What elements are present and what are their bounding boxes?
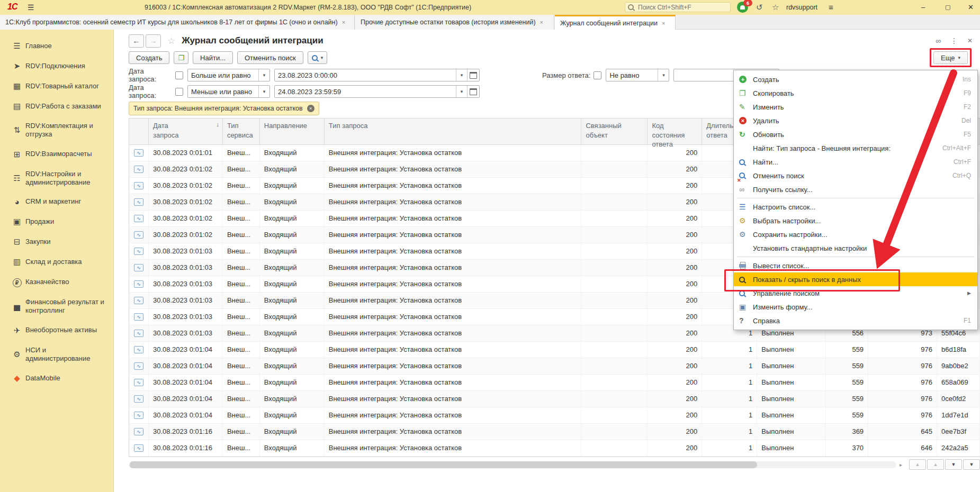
table-row[interactable]: ∿30.08.2023 0:01:04Внеш...ВходящийВнешня… [129,342,980,358]
tab-close-icon[interactable]: × [342,19,345,25]
column-header-request_type[interactable]: Тип запроса [325,119,582,144]
sidebar-item-handtruck[interactable]: ⇅RDV:Комплектация и отгрузка [0,116,113,144]
tab-3[interactable]: Журнал сообщений интеграции× [555,15,676,30]
sidebar-item-datamobile[interactable]: ◆DataMobile [0,368,113,388]
search-split-button[interactable]: ▾ [308,51,328,64]
size-operator-select[interactable]: Не равно▾ [606,69,669,81]
table-row[interactable]: ∿30.08.2023 0:01:16Внеш...ВходящийВнешня… [129,424,980,440]
sidebar-item-catalog-grid[interactable]: ▦RDV:Товарный каталог [0,76,113,96]
sort-desc-icon[interactable]: ↓ [216,121,219,129]
column-header-code[interactable]: Код состоянияответа [648,119,702,144]
create-button[interactable]: Создать [129,51,169,64]
tab-1[interactable]: 1С:Клуб программистов: осенний семестр И… [0,15,355,30]
calendar-icon[interactable] [467,69,479,81]
menu-item[interactable]: +СоздатьIns [734,72,977,86]
menu-item[interactable]: Найти...Ctrl+F [734,155,977,169]
tab-close-icon[interactable]: × [662,20,665,26]
menu-item[interactable]: ☰Настроить список... [734,200,977,214]
date-from-operator-select[interactable]: Больше или равно▾ [187,69,270,81]
forward-button[interactable]: → [146,34,161,48]
global-search-input[interactable] [637,3,724,12]
column-header-service[interactable]: Типсервиса [223,119,260,144]
column-header-date[interactable]: Датазапроса↓ [149,119,223,144]
chevron-down-icon[interactable]: ▾ [456,86,467,97]
service-menu-icon[interactable]: ≡ [829,3,833,12]
menu-item[interactable]: ×УдалитьDel [734,114,977,127]
menu-item[interactable]: ✎ИзменитьF2 [734,100,977,114]
horizontal-scrollbar[interactable] [129,461,896,468]
column-header-direction[interactable]: Направление [260,119,325,144]
chevron-down-icon[interactable]: ▾ [258,69,269,81]
chevron-down-icon[interactable]: ▾ [456,69,467,81]
menu-item[interactable]: ⚙Выбрать настройки... [734,214,977,227]
cell-status: Выполнен [757,358,826,374]
minimize-button[interactable]: – [921,3,925,11]
copy-button[interactable]: ❐ [174,51,188,64]
main-menu-icon[interactable]: ☰ [28,3,34,12]
favorites-star-icon[interactable]: ☆ [772,3,779,12]
scroll-to-top-icon[interactable]: ▲ [909,459,926,470]
menu-item[interactable]: ▣Изменить форму... [734,300,977,314]
table-row[interactable]: ∿30.08.2023 0:01:04Внеш...ВходящийВнешня… [129,407,980,424]
tab-2[interactable]: Прочие доступные остатки товаров (истори… [355,15,554,30]
sidebar-item-menu[interactable]: ☰Главное [0,36,113,56]
sidebar-item-warehouse[interactable]: ▥Склад и доставка [0,252,113,272]
back-button[interactable]: ← [129,34,144,48]
date-to-operator-select[interactable]: Меньше или равно▾ [187,85,270,98]
sidebar-item-rocket[interactable]: ➤RDV:Подключения [0,56,113,76]
menu-item[interactable]: Найти: Тип запроса - Внешняя интеграция:… [734,141,977,155]
close-form-icon[interactable]: ✕ [967,37,973,44]
date-from-value-field[interactable]: 23.08.2023 0:00:00 ▾ [274,69,480,81]
maximize-button[interactable]: ▢ [945,4,950,11]
find-button[interactable]: Найти... [193,51,233,64]
column-header-related[interactable]: Связанный объект [581,119,648,144]
sidebar-item-orders-doc[interactable]: ▤RDV:Работа с заказами [0,96,113,116]
scroll-to-bottom-icon[interactable]: ▼ [963,459,980,470]
table-row[interactable]: ∿30.08.2023 0:01:04Внеш...ВходящийВнешня… [129,391,980,407]
menu-item[interactable]: ⚙Сохранить настройки... [734,227,977,241]
more-dots-icon[interactable]: ⋮ [950,37,958,45]
table-row[interactable]: ∿30.08.2023 0:01:04Внеш...ВходящийВнешня… [129,375,980,391]
sidebar-item-bar-chart[interactable]: ▅Финансовый результат и контроллинг [0,293,113,321]
get-link-icon[interactable]: ∞ [936,37,941,45]
sidebar-item-calculator[interactable]: ⊞RDV:Взаиморасчеты [0,144,113,165]
chevron-down-icon[interactable]: ▾ [258,86,269,97]
table-row[interactable]: ∿30.08.2023 0:01:16Внеш...ВходящийВнешня… [129,440,980,457]
sidebar-item-gear[interactable]: ⚙НСИ и администрирование [0,341,113,369]
date-to-value-field[interactable]: 24.08.2023 23:59:59 ▾ [274,85,480,98]
sidebar-item-vehicle[interactable]: ✈Внеоборотные активы [0,321,113,341]
scroll-down-icon[interactable]: ▼ [945,459,962,470]
menu-item[interactable]: ❐СкопироватьF9 [734,86,977,100]
remove-filter-icon[interactable]: × [307,105,314,112]
sidebar-item-sliders[interactable]: ☶RDV:Настройки и администрирование [0,165,113,193]
more-button[interactable]: Еще▾ [933,51,968,64]
size-checkbox[interactable] [594,71,601,79]
column-header-icon[interactable] [129,119,149,144]
scrollbar-thumb[interactable] [130,461,757,468]
sidebar-item-pie-chart[interactable]: ◕CRM и маркетинг [0,192,113,212]
global-search[interactable] [625,2,731,12]
scroll-up-icon[interactable]: ▲ [927,459,944,470]
tab-close-icon[interactable]: × [540,19,543,25]
calendar-icon[interactable] [467,86,479,97]
cancel-search-button[interactable]: Отменить поиск [237,51,303,64]
scroll-right-icon[interactable]: ▸ [900,462,902,468]
table-row[interactable]: ∿30.08.2023 0:01:04Внеш...ВходящийВнешня… [129,358,980,375]
close-window-button[interactable]: ✕ [968,3,974,11]
menu-item[interactable]: ?СправкаF1 [734,314,977,327]
date-to-checkbox[interactable] [175,88,183,96]
menu-item[interactable]: ✕Отменить поискCtrl+Q [734,169,977,183]
menu-item[interactable]: Установить стандартные настройки [734,241,977,255]
menu-item-shortcut: Ctrl+F [954,158,971,166]
menu-item[interactable]: ∞Получить ссылку... [734,183,977,196]
filter-tag[interactable]: Тип запроса: Внешняя интеграция: Установ… [129,102,319,115]
sidebar-item-ruble[interactable]: ₽Казначейство [0,272,113,293]
date-from-checkbox[interactable] [175,71,183,79]
menu-item[interactable]: ↻ОбновитьF5 [734,127,977,141]
sidebar-item-bag[interactable]: ▣Продажи [0,212,113,232]
sidebar-item-cart[interactable]: ⊟Закупки [0,232,113,252]
favorite-star-icon[interactable]: ☆ [167,35,175,47]
history-icon[interactable]: ↺ [756,3,763,12]
chevron-down-icon[interactable]: ▾ [658,69,669,81]
current-user[interactable]: rdvsupport [786,4,817,11]
